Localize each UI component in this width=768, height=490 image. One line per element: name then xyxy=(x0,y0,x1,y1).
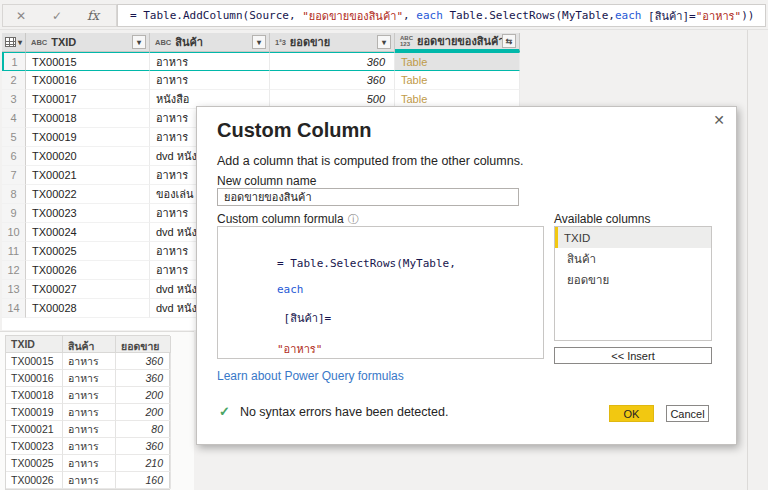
filter-button[interactable]: ▾ xyxy=(252,35,266,49)
preview-cell-product: อาหาร xyxy=(63,438,116,455)
custom-formula-editor[interactable]: = Table.SelectRows(MyTable, each [สินค้า… xyxy=(217,226,544,359)
fx-icon[interactable]: fx xyxy=(75,8,111,23)
text-type-icon[interactable]: ABC xyxy=(155,38,171,47)
preview-cell-txid: TX00018 xyxy=(6,387,63,404)
syntax-status: ✓ No syntax errors have been detected. xyxy=(219,404,448,419)
preview-cell-sales: 360 xyxy=(116,370,171,387)
cell-txid[interactable]: TX00027 xyxy=(26,280,150,299)
cell-table-link[interactable]: Table xyxy=(395,71,520,90)
cell-txid[interactable]: TX00024 xyxy=(26,223,150,242)
cell-table-link[interactable]: Table xyxy=(395,52,520,71)
select-all-header[interactable]: ▾ xyxy=(2,33,26,52)
close-icon[interactable]: ✕ xyxy=(713,112,725,128)
any-type-icon[interactable]: ABC123 xyxy=(400,35,413,47)
column-header-product[interactable]: ABC สินค้า ▾ xyxy=(150,33,270,52)
formula-token: = Table.SelectRows(MyTable, xyxy=(277,257,456,270)
preview-row: TX00016 อาหาร 360 xyxy=(6,370,169,387)
preview-row: TX00025 อาหาร 210 xyxy=(6,455,169,472)
new-column-name-input[interactable] xyxy=(217,188,519,206)
grid-header-row: ▾ ABC TXID ▾ ABC สินค้า ▾ 1²3 ยอดขาย ▾ A… xyxy=(2,33,520,52)
column-header-txid[interactable]: ABC TXID ▾ xyxy=(26,33,150,52)
cell-txid[interactable]: TX00016 xyxy=(26,71,150,90)
preview-row: TX00019 อาหาร 200 xyxy=(6,404,169,421)
cell-txid[interactable]: TX00015 xyxy=(26,52,150,71)
cell-preview-pane: TXID สินค้า ยอดขาย TX00015 อาหาร 360 TX0… xyxy=(0,331,194,490)
row-number[interactable]: 4 xyxy=(2,109,26,128)
cell-sales[interactable]: 360 xyxy=(270,71,395,90)
cell-txid[interactable]: TX00025 xyxy=(26,242,150,261)
ok-button[interactable]: OK xyxy=(609,405,654,422)
preview-header-sales: ยอดขาย xyxy=(116,336,171,353)
formula-token: "อาหาร" xyxy=(277,343,322,356)
preview-cell-sales: 210 xyxy=(116,455,171,472)
cancel-button[interactable]: Cancel xyxy=(666,405,709,422)
row-number[interactable]: 7 xyxy=(2,166,26,185)
cell-txid[interactable]: TX00026 xyxy=(26,261,150,280)
preview-row: TX00023 อาหาร 360 xyxy=(6,438,169,455)
column-label: ยอดขาย xyxy=(290,33,377,51)
cancel-entry-icon[interactable]: ✕ xyxy=(3,9,39,23)
chevron-down-icon: ▾ xyxy=(18,38,22,47)
cell-txid[interactable]: TX00023 xyxy=(26,204,150,223)
preview-row: TX00021 อาหาร 80 xyxy=(6,421,169,438)
preview-cell-product: อาหาร xyxy=(63,353,116,370)
row-number[interactable]: 10 xyxy=(2,223,26,242)
cell-sales[interactable]: 360 xyxy=(270,52,395,71)
preview-header-txid: TXID xyxy=(6,336,63,353)
table-row: 1 TX00015 อาหาร 360 Table xyxy=(2,52,520,71)
formula-input[interactable]: = Table.AddColumn(Source, "ยอดขายของสินค… xyxy=(117,4,766,27)
row-number[interactable]: 6 xyxy=(2,147,26,166)
insert-button[interactable]: << Insert xyxy=(554,347,712,364)
row-number[interactable]: 1 xyxy=(2,52,26,71)
preview-cell-sales: 160 xyxy=(116,472,171,489)
formula-token: each xyxy=(615,9,642,22)
preview-cell-sales: 360 xyxy=(116,353,171,370)
cell-product[interactable]: อาหาร xyxy=(150,52,270,71)
custom-column-dialog: ✕ Custom Column Add a column that is com… xyxy=(196,106,737,445)
cell-product[interactable]: อาหาร xyxy=(150,71,270,90)
cell-txid[interactable]: TX00028 xyxy=(26,299,150,318)
row-number[interactable]: 13 xyxy=(2,280,26,299)
text-type-icon[interactable]: ABC xyxy=(31,38,47,47)
column-header-sales[interactable]: 1²3 ยอดขาย ▾ xyxy=(270,33,395,52)
power-query-editor: ✕ ✓ fx = Table.AddColumn(Source, "ยอดขาย… xyxy=(0,0,768,490)
row-number[interactable]: 9 xyxy=(2,204,26,223)
cell-txid[interactable]: TX00020 xyxy=(26,147,150,166)
row-number[interactable]: 3 xyxy=(2,90,26,109)
column-header-new-custom-column[interactable]: ABC123 ยอดขายของสินค้า ⇆ xyxy=(395,33,520,52)
syntax-status-text: No syntax errors have been detected. xyxy=(240,405,448,419)
cell-txid[interactable]: TX00021 xyxy=(26,166,150,185)
dialog-title: Custom Column xyxy=(217,119,371,142)
number-type-icon[interactable]: 1²3 xyxy=(275,38,286,47)
formula-token: [สินค้า]= xyxy=(277,312,331,325)
available-column-item[interactable]: ยอดขาย xyxy=(555,269,711,290)
row-number[interactable]: 14 xyxy=(2,299,26,318)
preview-cell-txid: TX00015 xyxy=(6,353,63,370)
cell-txid[interactable]: TX00018 xyxy=(26,109,150,128)
cell-txid[interactable]: TX00022 xyxy=(26,185,150,204)
learn-formulas-link[interactable]: Learn about Power Query formulas xyxy=(217,369,404,383)
formula-token: each xyxy=(277,283,304,296)
row-number[interactable]: 12 xyxy=(2,261,26,280)
filter-button[interactable]: ▾ xyxy=(132,35,146,49)
cell-txid[interactable]: TX00017 xyxy=(26,90,150,109)
table-row: 2 TX00016 อาหาร 360 Table xyxy=(2,71,520,90)
available-columns-list: TXID สินค้า ยอดขาย xyxy=(554,226,712,341)
expand-column-icon[interactable]: ⇆ xyxy=(502,34,516,48)
row-number[interactable]: 5 xyxy=(2,128,26,147)
preview-cell-sales: 360 xyxy=(116,438,171,455)
preview-cell-txid: TX00021 xyxy=(6,421,63,438)
filter-button[interactable]: ▾ xyxy=(377,35,391,49)
row-number[interactable]: 11 xyxy=(2,242,26,261)
row-number[interactable]: 2 xyxy=(2,71,26,90)
preview-row: TX00015 อาหาร 360 xyxy=(6,353,169,370)
preview-header-product: สินค้า xyxy=(63,336,116,353)
info-icon[interactable]: ⓘ xyxy=(348,213,359,225)
row-number[interactable]: 8 xyxy=(2,185,26,204)
available-column-item[interactable]: TXID xyxy=(555,227,711,248)
available-column-item[interactable]: สินค้า xyxy=(555,248,711,269)
commit-entry-icon[interactable]: ✓ xyxy=(39,9,75,23)
preview-cell-sales: 80 xyxy=(116,421,171,438)
cell-txid[interactable]: TX00019 xyxy=(26,128,150,147)
preview-cell-txid: TX00026 xyxy=(6,472,63,489)
